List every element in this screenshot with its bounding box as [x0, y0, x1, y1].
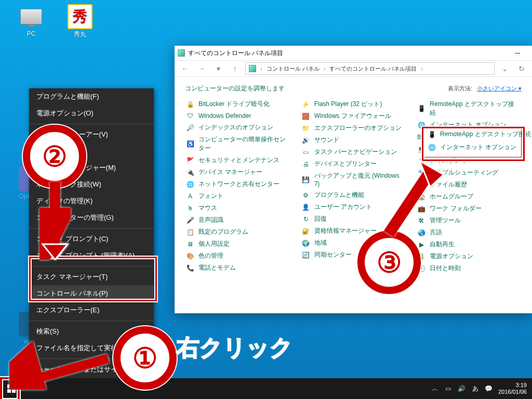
- cp-item-icon: 💾: [302, 176, 310, 184]
- cp-item-label: プログラムと機能: [314, 191, 364, 200]
- cp-item-label: 個人用設定: [198, 240, 230, 248]
- cp-item-label: 音声認識: [198, 216, 223, 224]
- volume-icon[interactable]: 🔊: [458, 384, 466, 393]
- cp-item-label: コンピューターの簡単操作センター: [198, 135, 289, 153]
- winx-item[interactable]: タスク マネージャー(T): [29, 269, 154, 285]
- cp-item[interactable]: Aフォント: [185, 190, 290, 202]
- minimize-button[interactable]: [506, 46, 529, 60]
- cp-item[interactable]: 📱RemoteApp とデスクトップ接続: [416, 98, 522, 119]
- cp-item-label: Windows Defender: [198, 112, 251, 119]
- cp-item[interactable]: 🔋電源オプション: [416, 250, 522, 262]
- cp-item[interactable]: 🖥個人用設定: [185, 238, 290, 250]
- cp-item[interactable]: 🖱マウス: [185, 202, 290, 214]
- cp-item[interactable]: 🔊サウンド: [301, 134, 406, 146]
- cp-item[interactable]: 🎤音声認識: [185, 214, 290, 226]
- cp-item-internet-options-overlay[interactable]: 🌐インターネット オプション: [428, 143, 516, 152]
- desktop-icon-pc[interactable]: PC: [12, 4, 50, 37]
- cp-item[interactable]: 🔎インデックスのオプション: [185, 122, 290, 134]
- cp-item-label: Windows ファイアウォール: [314, 112, 391, 121]
- breadcrumb-item[interactable]: コントロール パネル: [267, 65, 320, 73]
- cp-item-icon: 👤: [302, 203, 310, 211]
- cp-item-label: BitLocker ドライブ暗号化: [198, 100, 270, 109]
- cp-item[interactable]: 🚩セキュリティとメンテナンス: [185, 154, 290, 166]
- cp-item-icon: 🔊: [302, 136, 310, 144]
- cp-icon: [249, 65, 256, 72]
- cp-item-icon: 🌍: [302, 239, 310, 247]
- winx-item[interactable]: プログラムと機能(F): [29, 88, 154, 105]
- up-button[interactable]: ↑: [229, 62, 241, 75]
- cp-item-label: 回復: [314, 215, 327, 223]
- cp-item[interactable]: 📞電話とモデム: [185, 262, 290, 274]
- menu-separator: [29, 124, 154, 124]
- cp-item[interactable]: 🔒BitLocker ドライブ暗号化: [185, 98, 290, 110]
- menu-separator: [29, 321, 154, 321]
- notification-icon[interactable]: 💬: [485, 384, 493, 393]
- cp-item-icon: 💻: [417, 145, 425, 153]
- cp-item-icon: 🔎: [186, 124, 194, 132]
- cp-item[interactable]: ♿コンピューターの簡単操作センター: [185, 134, 290, 154]
- cp-item-icon: 🔌: [186, 168, 194, 177]
- cp-item-label: タスク バーとナビゲーション: [314, 148, 397, 156]
- cp-item-label: Flash Player (32 ビット): [314, 100, 382, 109]
- desktop-icon-label: PC: [12, 30, 50, 37]
- titlebar[interactable]: すべてのコントロール パネル項目: [175, 46, 532, 61]
- cp-item-label: 日付と時刻: [430, 264, 461, 273]
- cp-item-label: インデックスのオプション: [198, 123, 273, 132]
- cp-item[interactable]: ⚡Flash Player (32 ビット): [301, 98, 406, 110]
- winx-item[interactable]: エクスプローラー(E): [29, 302, 154, 318]
- svg-marker-7: [43, 244, 68, 260]
- cp-item-label: 地域: [314, 238, 327, 247]
- cp-item[interactable]: 🌐ネットワークと共有センター: [185, 178, 290, 190]
- desktop-icon-label: 秀丸: [61, 30, 99, 39]
- cp-item[interactable]: 🧱Windows ファイアウォール: [301, 110, 406, 122]
- cp-item[interactable]: 🎨色の管理: [185, 250, 290, 262]
- cp-item-label: ネットワークと共有センター: [198, 180, 280, 189]
- cp-item-label: フォント: [198, 192, 223, 201]
- control-panel-window: すべてのコントロール パネル項目 ← → ▾ ↑ › コントロール パネル › …: [175, 46, 532, 313]
- cp-body: コンピューターの設定を調整します 表示方法: 小さいアイコン ▾ 🔒BitLoc…: [175, 77, 532, 313]
- remoteapp-icon: 📱: [428, 131, 436, 138]
- cp-item-remoteapp-overlay[interactable]: 📱RemoteApp とデスクトップ接続: [428, 130, 531, 139]
- annotation-step1: ①: [113, 326, 177, 390]
- cp-item-icon: ♿: [186, 140, 194, 148]
- cp-item[interactable]: 📋既定のプログラム: [185, 226, 290, 238]
- cp-item-icon: 🌐: [417, 121, 425, 129]
- clock[interactable]: 3:19 2016/01/06: [498, 382, 527, 395]
- cp-item-icon: 📋: [186, 228, 194, 236]
- breadcrumb[interactable]: › コントロール パネル › すべてのコントロール パネル項目 ›: [245, 62, 495, 75]
- ime-icon[interactable]: あ: [471, 384, 480, 393]
- cp-item[interactable]: 🕒日付と時刻: [416, 262, 522, 274]
- cp-item[interactable]: 🔌デバイス マネージャー: [185, 166, 290, 178]
- view-value[interactable]: 小さいアイコン ▾: [477, 85, 522, 91]
- cp-item-label: デバイス マネージャー: [198, 168, 262, 177]
- annotation-arrow3: [383, 156, 446, 241]
- cp-item[interactable]: 📁エクスプローラーのオプション: [301, 122, 406, 134]
- cp-item-label: 自動再生: [430, 240, 455, 249]
- cp-item-label: 色の管理: [198, 251, 223, 260]
- network-icon[interactable]: ▭: [444, 384, 453, 393]
- cp-item[interactable]: 🌐インターネット オプション: [416, 119, 522, 131]
- annotation-step2: ②: [23, 125, 86, 188]
- dropdown-button[interactable]: ⌄: [499, 62, 511, 75]
- winx-item[interactable]: 電源オプション(O): [29, 105, 154, 122]
- cp-item-icon: 🔒: [186, 100, 194, 109]
- view-mode: 表示方法: 小さいアイコン ▾: [448, 85, 522, 92]
- cp-item-icon: 📁: [302, 124, 310, 132]
- forward-button[interactable]: →: [195, 62, 208, 75]
- cp-item-icon: 🖨: [302, 160, 310, 168]
- cp-item[interactable]: 🛡Windows Defender: [185, 110, 290, 122]
- cp-item-icon: 🖱: [186, 204, 194, 212]
- recent-button[interactable]: ▾: [212, 62, 224, 75]
- winx-item[interactable]: コントロール パネル(P): [29, 285, 154, 302]
- back-button[interactable]: ←: [179, 62, 191, 75]
- date: 2016/01/06: [498, 389, 527, 395]
- window-icon: [178, 49, 185, 57]
- tray-chevron-icon[interactable]: ︿: [431, 384, 439, 393]
- breadcrumb-item[interactable]: すべてのコントロール パネル項目: [329, 65, 417, 73]
- cp-item-label: サウンド: [314, 136, 339, 144]
- cp-item-icon: 🌐: [186, 180, 194, 189]
- cp-item-icon: ▭: [302, 148, 310, 156]
- time: 3:19: [498, 382, 527, 389]
- desktop-icon-hidemaru[interactable]: 秀 秀丸: [61, 4, 99, 39]
- refresh-button[interactable]: ↻: [515, 62, 528, 75]
